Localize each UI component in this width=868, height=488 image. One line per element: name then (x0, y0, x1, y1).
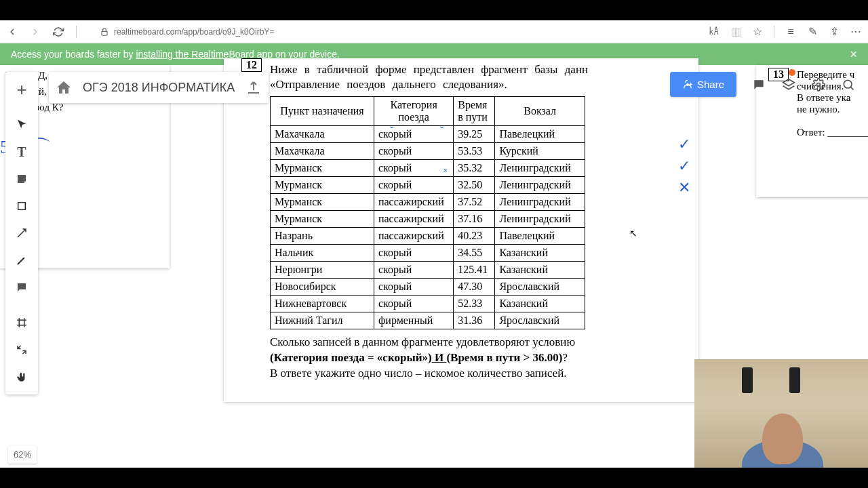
chat-icon[interactable] (751, 77, 766, 92)
table-cell: 53.53 (454, 143, 495, 160)
table-cell: Казанский (495, 262, 585, 279)
svg-point-1 (817, 83, 821, 86)
table-cell: скорый (374, 245, 453, 262)
question-text: Сколько записей в данном фрагменте удовл… (270, 335, 658, 382)
forward-icon[interactable] (30, 26, 41, 37)
url-text: realtimeboard.com/app/board/o9J_k0OirbY= (114, 27, 274, 37)
table-row: Назраньпассажирский40.23Павелецкий (271, 228, 585, 245)
gear-icon[interactable] (811, 77, 826, 92)
ink-cross: ˣ (443, 165, 448, 178)
train-table: Пункт назначения Категория поезда Время … (270, 96, 585, 329)
address-bar[interactable]: realtimeboard.com/app/board/o9J_k0OirbY= (99, 26, 696, 37)
table-cell: Ярославский (495, 279, 585, 296)
table-cell: Нальчик (271, 245, 374, 262)
home-icon[interactable] (56, 79, 72, 96)
table-cell: пассажирский (374, 211, 453, 228)
table-row: Нижневартовскскорый52.33Казанский (271, 296, 585, 312)
table-cell: Махачкала (271, 126, 374, 143)
table-cell: Ленинградский (495, 211, 585, 228)
table-cell: Курский (495, 143, 585, 160)
search-icon[interactable] (841, 77, 856, 92)
table-cell: Махачкала (271, 143, 374, 160)
add-icon[interactable]: + (8, 76, 35, 103)
table-cell: 32.50 (454, 177, 495, 194)
shape-icon[interactable] (8, 192, 35, 220)
left-toolbar: + T (5, 72, 38, 394)
table-cell: скорый (374, 279, 453, 296)
svg-point-2 (844, 80, 852, 88)
reader-icon[interactable]: ▥ (730, 26, 741, 37)
table-row: Новосибирскскорый47.30Ярославский (271, 279, 585, 296)
banner-text-pre: Access your boards faster by (11, 49, 136, 60)
zoom-level[interactable]: 62% (8, 445, 37, 464)
arrow-icon[interactable] (8, 220, 35, 247)
comment-icon[interactable] (8, 274, 35, 301)
text-icon[interactable]: T (8, 138, 35, 165)
check-annotations: ✓ ✓ ✕ (678, 136, 690, 195)
question-number: 12 (241, 58, 262, 72)
table-cell: Ленинградский (495, 194, 585, 211)
cross-icon: ✕ (678, 179, 690, 195)
intro-text: Ниже в табличной форме представлен фрагм… (270, 62, 658, 92)
table-cell: скорый (374, 262, 453, 279)
table-row: Махачкаласкорый39.25Павелецкий (271, 126, 585, 143)
table-cell: Назрань (271, 228, 374, 245)
text-line: не нужно. (797, 104, 868, 115)
refresh-icon[interactable] (53, 26, 64, 37)
col-station: Вокзал (495, 97, 585, 126)
back-icon[interactable] (7, 26, 18, 37)
board-header: ОГЭ 2018 ИНФОРМАТИКА (49, 72, 269, 103)
table-cell: пассажирский (374, 228, 453, 245)
col-destination: Пункт назначения (271, 97, 374, 126)
board-title[interactable]: ОГЭ 2018 ИНФОРМАТИКА (83, 81, 235, 95)
table-cell: Казанский (495, 245, 585, 262)
browser-toolbar: realtimeboard.com/app/board/o9J_k0OirbY=… (0, 20, 868, 43)
share-icon[interactable]: ⇪ (829, 26, 840, 37)
table-cell: скорый (374, 143, 453, 160)
answer-line: Ответ: ________ (797, 127, 868, 138)
table-row: Мурманскскорый32.50Ленинградский (271, 177, 585, 194)
hand-icon[interactable] (8, 363, 35, 390)
close-icon[interactable]: × (850, 47, 857, 62)
table-cell: скорый (374, 177, 453, 194)
table-cell: скорый (374, 296, 453, 312)
table-cell: Новосибирск (271, 279, 374, 296)
table-cell: фирменный (374, 312, 453, 329)
ink-check: ˇ (440, 125, 443, 137)
table-row: Мурманскпассажирский37.52Ленинградский (271, 194, 585, 211)
more-icon[interactable]: ⋯ (850, 26, 861, 37)
webcam-overlay (694, 359, 868, 468)
table-cell: 34.55 (454, 245, 495, 262)
table-cell: Нижний Тагил (271, 312, 374, 329)
frame-main[interactable]: 12 Ниже в табличной форме представлен фр… (224, 58, 698, 402)
layers-icon[interactable] (781, 77, 796, 92)
table-cell: 35.32 (454, 160, 495, 177)
table-cell: Ленинградский (495, 160, 585, 177)
table-row: Мурманскпассажирский37.16Ленинградский (271, 211, 585, 228)
table-row: Мурманскскорый35.32Ленинградский (271, 160, 585, 177)
board-canvas[interactable]: ОГЭ 2018 ИНФОРМАТИКА Share + T (0, 65, 868, 468)
mouse-cursor-icon: ↖ (629, 228, 637, 239)
table-row: Махачкаласкорый53.53Курский (271, 143, 585, 160)
table-cell: Павелецкий (495, 228, 585, 245)
sticky-icon[interactable] (8, 165, 35, 192)
table-row: Нерюнгрискорый125.41Казанский (271, 262, 585, 279)
share-button[interactable]: Share (670, 72, 736, 97)
upload-icon[interactable] (245, 79, 262, 96)
cursor-icon[interactable] (8, 111, 35, 138)
svg-rect-3 (18, 203, 26, 210)
fit-icon[interactable] (8, 336, 35, 363)
star-icon[interactable]: ☆ (752, 26, 763, 37)
notes-icon[interactable]: ✎ (807, 26, 818, 37)
col-category: Категория поезда (374, 97, 453, 126)
col-time: Время в пути (454, 97, 495, 126)
table-row: Нальчикскорый34.55Казанский (271, 245, 585, 262)
translate-icon[interactable]: ㎄ (709, 26, 719, 37)
hub-icon[interactable]: ≡ (785, 26, 796, 37)
check-icon: ✓ (678, 136, 690, 152)
share-label: Share (697, 79, 724, 90)
frames-icon[interactable] (8, 309, 35, 336)
table-cell: 37.52 (454, 194, 495, 211)
pen-icon[interactable] (8, 247, 35, 274)
table-cell: Мурманск (271, 160, 374, 177)
